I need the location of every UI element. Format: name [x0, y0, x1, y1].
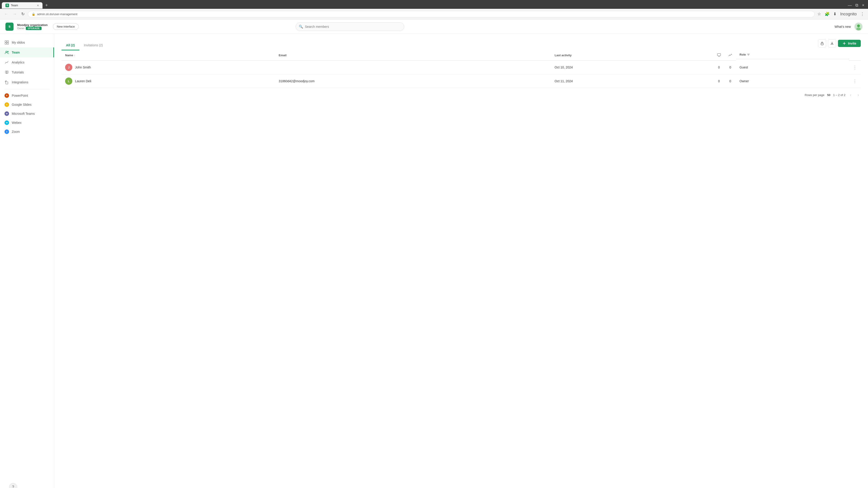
pagination-row: Rows per page 50 1 – 2 of 2 ‹ ›	[61, 88, 861, 102]
address-text: admin.sli.do/user-management	[37, 12, 77, 16]
tabs-group: All (2) Invitations (2)	[61, 41, 107, 50]
col-role-header[interactable]: Role	[736, 50, 849, 59]
browser-tab[interactable]: S Team ×	[2, 2, 42, 8]
svg-text:s: s	[8, 24, 10, 28]
address-bar[interactable]: 🔒 admin.sli.do/user-management	[28, 11, 815, 18]
download-icon[interactable]: ⬇	[832, 11, 837, 18]
slido-logo: s	[5, 23, 13, 31]
cell-actions-lauren-deli[interactable]: ⋮	[849, 74, 861, 88]
main-content: All (2) Invitations (2)	[54, 34, 868, 488]
cell-last-activity-john-smith: Oct 10, 2024	[551, 61, 713, 74]
powerpoint-icon: P	[4, 93, 9, 98]
cell-col2-lauren-deli: 0	[725, 74, 736, 88]
svg-rect-8	[7, 43, 8, 44]
cell-col2-john-smith: 0	[725, 61, 736, 74]
svg-rect-11	[6, 82, 8, 84]
sidebar-item-microsoft-teams[interactable]: M Microsoft Teams	[0, 109, 54, 118]
browser-menu-icon[interactable]: ⋮	[860, 11, 865, 18]
sidebar-label-tutorials: Tutorials	[12, 70, 24, 74]
minimize-button[interactable]: —	[848, 3, 852, 8]
cell-actions-john-smith[interactable]: ⋮	[849, 61, 861, 74]
cell-role-lauren-deli: Owner	[736, 74, 849, 88]
download-icon-button[interactable]	[828, 39, 836, 47]
app-header: s Moodjoy organization Owner UPGRADE New…	[0, 20, 868, 34]
org-name: Moodjoy organization	[17, 23, 48, 27]
table-body: J John Smith Oct 10, 2024 0 0 Guest ⋮ L …	[61, 61, 861, 88]
lock-icon-button[interactable]	[818, 39, 826, 47]
microsoft-teams-icon: M	[4, 111, 9, 116]
bookmark-icon[interactable]: ☆	[816, 11, 822, 18]
google-slides-label: Google Slides	[12, 103, 31, 106]
google-slides-icon: G	[4, 102, 9, 107]
new-interface-button[interactable]: New interface	[53, 23, 79, 30]
sidebar-item-tutorials[interactable]: Tutorials	[0, 67, 54, 77]
tab-invitations[interactable]: Invitations (2)	[79, 41, 107, 51]
search-input[interactable]	[296, 22, 404, 31]
book-icon	[4, 70, 9, 74]
search-bar-container: 🔍	[296, 22, 404, 31]
col-actions-header	[849, 50, 861, 61]
tab-close-button[interactable]: ×	[37, 4, 39, 7]
cell-name-lauren-deli: L Lauren Deli	[61, 74, 275, 88]
svg-rect-7	[5, 43, 6, 44]
svg-rect-5	[5, 41, 6, 42]
extensions-icon[interactable]: 🧩	[824, 11, 831, 18]
name-column-label: Name	[65, 54, 73, 57]
cell-role-john-smith: Guest	[736, 61, 849, 74]
microsoft-teams-label: Microsoft Teams	[12, 112, 35, 116]
tabs-and-actions: All (2) Invitations (2)	[61, 39, 861, 50]
back-button[interactable]: ←	[3, 11, 9, 18]
lock-icon	[820, 41, 824, 45]
zoom-label: Zoom	[12, 130, 20, 133]
close-window-button[interactable]: ×	[862, 3, 864, 8]
cell-email-john-smith	[275, 61, 551, 74]
sidebar-item-integrations[interactable]: Integrations	[0, 77, 54, 87]
svg-rect-6	[7, 41, 8, 42]
new-tab-button[interactable]: +	[43, 2, 50, 9]
rows-per-page-value: 50	[827, 93, 830, 97]
sidebar-item-my-slidos[interactable]: My slidos	[0, 37, 54, 47]
table-row: L Lauren Deli 31860d42@moodjoy.com Oct 1…	[61, 74, 861, 88]
sidebar-item-powerpoint[interactable]: P PowerPoint	[0, 91, 54, 100]
tab-favicon: S	[5, 4, 9, 7]
reload-button[interactable]: ↻	[20, 11, 26, 18]
table-actions: Invite	[818, 39, 861, 50]
maximize-button[interactable]: ⧉	[855, 3, 858, 8]
svg-point-9	[6, 51, 7, 53]
rows-per-page-label: Rows per page	[805, 93, 825, 97]
col-name-header[interactable]: Name	[61, 50, 275, 61]
sidebar-item-analytics[interactable]: Analytics	[0, 57, 54, 67]
cell-name-john-smith: J John Smith	[61, 61, 275, 74]
invite-button[interactable]: Invite	[838, 40, 861, 47]
upgrade-badge[interactable]: UPGRADE	[26, 27, 41, 30]
download-icon	[830, 41, 834, 45]
toolbar-actions: ☆ 🧩 ⬇ Incognito ⋮	[816, 11, 865, 18]
sidebar-label-analytics: Analytics	[12, 61, 24, 64]
forward-button[interactable]: →	[11, 11, 18, 18]
cell-last-activity-lauren-deli: Oct 11, 2024	[551, 74, 713, 88]
sidebar-item-zoom[interactable]: Z Zoom	[0, 127, 54, 136]
user-avatar[interactable]	[855, 23, 863, 31]
invite-label: Invite	[848, 41, 856, 45]
prev-page-button[interactable]: ‹	[848, 92, 853, 98]
filter-icon	[747, 53, 750, 56]
help-button[interactable]: ?	[9, 483, 17, 488]
svg-point-3	[857, 24, 860, 27]
invite-plus-icon	[842, 41, 846, 45]
next-page-button[interactable]: ›	[856, 92, 861, 98]
row-more-button-john-smith[interactable]: ⋮	[852, 65, 857, 70]
sidebar-item-google-slides[interactable]: G Google Slides	[0, 100, 54, 109]
zoom-icon: Z	[4, 129, 9, 134]
row-more-button-lauren-deli[interactable]: ⋮	[852, 78, 857, 84]
sidebar-item-webex[interactable]: W Webex	[0, 118, 54, 127]
webex-icon: W	[4, 121, 9, 125]
tab-all[interactable]: All (2)	[61, 41, 79, 51]
sidebar-label-team: Team	[12, 51, 20, 54]
svg-rect-13	[717, 54, 721, 56]
member-avatar-john-smith: J	[65, 64, 72, 71]
whats-new-button[interactable]: What's new	[835, 25, 851, 29]
sidebar-item-team[interactable]: Team	[0, 47, 54, 57]
table-row: J John Smith Oct 10, 2024 0 0 Guest ⋮	[61, 61, 861, 74]
browser-toolbar: ← → ↻ 🔒 admin.sli.do/user-management ☆ 🧩…	[0, 9, 868, 20]
col-activity-header	[725, 50, 736, 61]
